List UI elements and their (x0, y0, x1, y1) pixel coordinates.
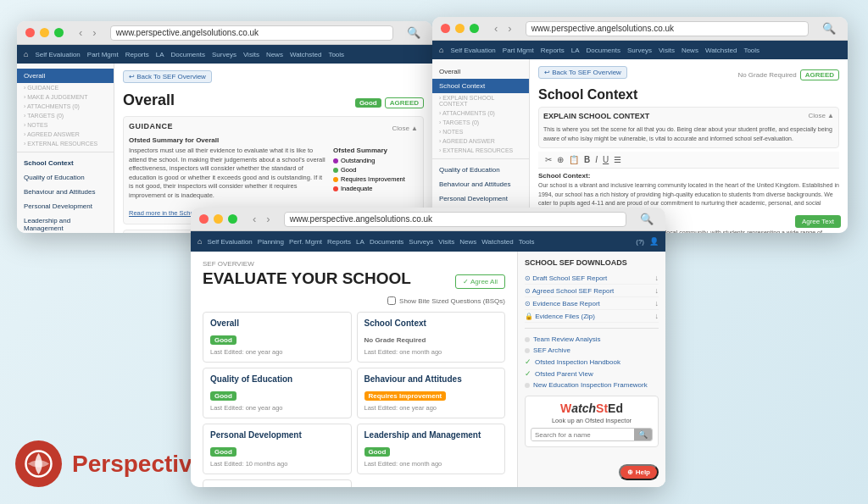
nav3-watchsted[interactable]: Watchsted (481, 238, 514, 246)
nav3-la[interactable]: LA (356, 238, 364, 246)
sidebar-make-judgement[interactable]: › MAKE A JUDGEMENT (17, 92, 114, 102)
sef-card-school-context[interactable]: School Context No Grade Required Last Ed… (357, 312, 506, 363)
underline-icon[interactable]: U (603, 155, 609, 164)
sidebar2-overall[interactable]: Overall (432, 64, 529, 79)
sef-overview-label: SEF OVERVIEW (203, 260, 505, 268)
forward-nav-btn[interactable]: › (89, 25, 99, 41)
minimize-dot[interactable] (40, 28, 49, 37)
minimize-dot-2[interactable] (455, 24, 465, 33)
close-dot-2[interactable] (441, 24, 450, 33)
link-sef-archive[interactable]: SEF Archive (525, 345, 659, 356)
copy-icon[interactable]: ⊕ (557, 155, 564, 164)
italic-icon[interactable]: I (595, 155, 598, 164)
bold-icon[interactable]: B (584, 155, 590, 164)
back-nav-btn-3[interactable]: ‹ (249, 211, 259, 227)
download-files[interactable]: 🔒 Evidence Files (Zip) ↓ (525, 310, 659, 323)
download-icon-4[interactable]: ↓ (655, 312, 659, 320)
download-icon-1[interactable]: ↓ (655, 274, 659, 282)
sidebar-ext-resources[interactable]: › EXTERNAL RESOURCES (17, 139, 114, 148)
sef-card-personal-dev[interactable]: Personal Development Good Last Edited: 1… (203, 424, 352, 474)
watchsted-search-input[interactable] (531, 429, 634, 440)
link-ofsted-handbook[interactable]: ✓ Ofsted Inspection Handbook (525, 356, 659, 368)
check-icon-1: ✓ (525, 357, 531, 366)
sef-card-quality[interactable]: Quality of Education Good Last Edited: o… (203, 368, 352, 418)
back-nav-btn-2[interactable]: ‹ (491, 20, 501, 36)
help-btn-3[interactable]: ⊕ Help (619, 464, 659, 480)
nav3-docs[interactable]: Documents (370, 238, 403, 246)
download-icon-3[interactable]: ↓ (655, 299, 659, 307)
back-btn-2[interactable]: ↩ Back To SEF Overview (538, 66, 627, 79)
sef-card-sixth-form[interactable]: Sixth Form Outstanding Last Edited: 15 d… (203, 479, 352, 487)
nav3-reports[interactable]: Reports (327, 238, 351, 246)
sidebar2-school-context[interactable]: School Context (432, 79, 529, 93)
search-icon[interactable]: 🔍 (403, 25, 424, 41)
forward-nav-btn-3[interactable]: › (263, 211, 273, 227)
bsq-checkbox[interactable] (387, 296, 396, 305)
sef-card-behaviour[interactable]: Behaviour and Attitudes Requires Improve… (357, 368, 506, 418)
sidebar-school-context[interactable]: School Context (17, 156, 114, 170)
link-ofsted-parent[interactable]: ✓ Ofsted Parent View (525, 368, 659, 379)
sidebar-guidance[interactable]: › GUIDANCE (17, 83, 114, 92)
link-team-review[interactable]: Team Review Analysis (525, 334, 659, 345)
profile-icon[interactable]: 👤 (649, 237, 659, 246)
nav3-planning[interactable]: Planning (258, 238, 284, 246)
cut-icon[interactable]: ✂ (545, 155, 552, 164)
nav3-news[interactable]: News (459, 238, 476, 246)
help-circle[interactable]: (?) (636, 238, 644, 246)
sidebar-personal-dev[interactable]: Personal Development (17, 199, 114, 213)
nav-self-eval[interactable]: Self Evaluation (35, 51, 80, 58)
sidebar-targets[interactable]: › TARGETS (0) (17, 111, 114, 120)
nav-watchsted[interactable]: Watchsted (290, 51, 322, 58)
sef-card-leadership[interactable]: Leadership and Management Good Last Edit… (357, 424, 506, 474)
nav-visits[interactable]: Visits (243, 51, 259, 58)
download-draft[interactable]: ⊙ Draft School SEF Report ↓ (525, 272, 659, 285)
search-icon-2[interactable]: 🔍 (819, 20, 839, 36)
back-nav-btn[interactable]: ‹ (75, 25, 86, 41)
nav3-surveys[interactable]: Surveys (409, 238, 433, 246)
download-icon-2[interactable]: ↓ (655, 286, 659, 295)
paste-icon[interactable]: 📋 (569, 155, 579, 164)
address-bar-3[interactable]: www.perspective.angelsolutions.co.uk (284, 212, 626, 227)
download-evidence[interactable]: ⊙ Evidence Base Report ↓ (525, 297, 659, 310)
nav-la[interactable]: LA (156, 51, 164, 58)
sidebar-behaviour[interactable]: Behaviour and Attitudes (17, 185, 114, 199)
sidebar-agreed[interactable]: › AGREED ANSWER (17, 130, 114, 139)
nav3-tools[interactable]: Tools (519, 238, 535, 246)
nav3-perf[interactable]: Perf. Mgmt (289, 238, 322, 246)
sidebar-notes[interactable]: › NOTES (17, 120, 114, 130)
nav-surveys[interactable]: Surveys (212, 51, 236, 58)
sef-card-overall[interactable]: Overall Good Last Edited: one year ago (203, 312, 352, 363)
agree-all-btn[interactable]: ✓ Agree All (455, 274, 505, 289)
sidebar-quality[interactable]: Quality of Education (17, 170, 114, 185)
nav3-self-eval[interactable]: Self Evaluation (207, 238, 252, 246)
link-new-framework[interactable]: New Education Inspection Framework (525, 379, 659, 390)
sidebar-leadership[interactable]: Leadership and Management (17, 213, 114, 233)
nav-docs[interactable]: Documents (171, 51, 205, 58)
download-agreed[interactable]: ⊙ Agreed School SEF Report ↓ (525, 285, 659, 297)
home-icon[interactable]: ⌂ (24, 50, 28, 58)
search-icon-3[interactable]: 🔍 (637, 211, 657, 227)
maximize-dot[interactable] (54, 28, 64, 37)
list-icon[interactable]: ☰ (614, 155, 621, 164)
sidebar-attachments[interactable]: › ATTACHMENTS (0) (17, 102, 114, 111)
nav3-visits[interactable]: Visits (438, 238, 454, 246)
home-icon-2[interactable]: ⌂ (439, 46, 443, 54)
maximize-dot-2[interactable] (470, 24, 479, 33)
maximize-dot-3[interactable] (228, 214, 237, 224)
forward-nav-btn-2[interactable]: › (504, 20, 515, 36)
close-dot-3[interactable] (199, 214, 209, 224)
home-icon-3[interactable]: ⌂ (198, 237, 202, 246)
address-bar-1[interactable]: www.perspective.angelsolutions.co.uk (110, 25, 393, 41)
nav-news[interactable]: News (266, 51, 283, 58)
nav-reports[interactable]: Reports (125, 51, 149, 58)
back-btn-1[interactable]: ↩ Back To SEF Overview (123, 70, 212, 83)
nav-tools[interactable]: Tools (328, 51, 344, 58)
close-dot[interactable] (25, 28, 35, 37)
watchsted-search-btn[interactable]: 🔍 (634, 429, 652, 440)
sidebar-1: Overall › GUIDANCE › MAKE A JUDGEMENT › … (17, 64, 114, 233)
minimize-dot-3[interactable] (214, 214, 223, 224)
address-bar-2[interactable]: www.perspective.angelsolutions.co.uk (526, 21, 809, 36)
nav-perf-mgmt[interactable]: Part Mgmt (87, 51, 119, 58)
sidebar-item-overall[interactable]: Overall (17, 69, 114, 83)
agree-text-btn[interactable]: Agree Text (795, 215, 841, 228)
